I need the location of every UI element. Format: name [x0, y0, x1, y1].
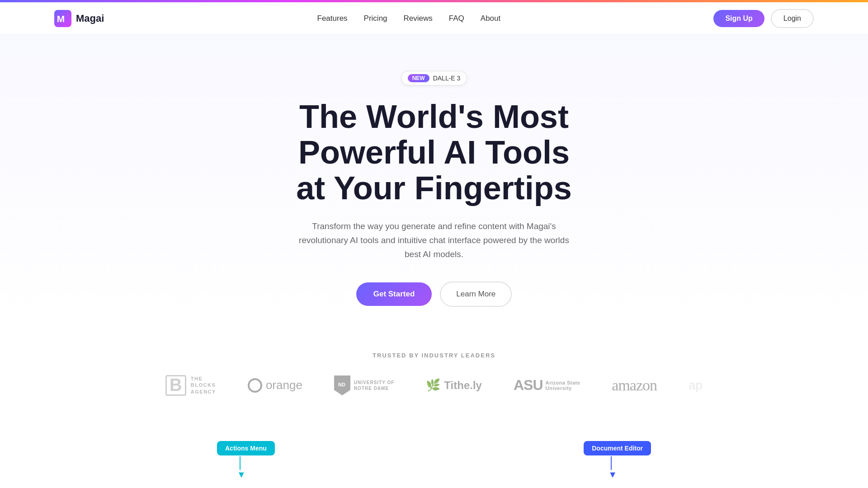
actions-menu-arrow-line [240, 456, 241, 470]
logo-text: Magai [76, 13, 104, 24]
nav-actions: Sign Up Login [713, 9, 814, 28]
logo-asu: ASU Arizona State University [514, 377, 580, 394]
logo-area[interactable]: M Magai [54, 10, 104, 27]
actions-menu-arrow-head: ▼ [237, 470, 275, 479]
demo-section: Actions Menu ▼ Document Editor ▼ [0, 414, 868, 488]
trusted-label: TRUSTED BY INDUSTRY LEADERS [373, 352, 495, 359]
nav-reviews[interactable]: Reviews [404, 14, 433, 23]
logo-notre-dame: ND UNIVERSITY OFNOTRE DAME [334, 375, 395, 395]
nav-features[interactable]: Features [317, 14, 348, 23]
nav-faq[interactable]: FAQ [449, 14, 464, 23]
trusted-section: TRUSTED BY INDUSTRY LEADERS B THEBLOCKSA… [0, 325, 868, 414]
tithe-leaf-icon: 🌿 [426, 378, 440, 392]
asu-logo-mark: ASU Arizona State University [514, 377, 580, 394]
hero-title: The World's Most Powerful AI Tools at Yo… [231, 99, 637, 206]
hero-buttons: Get Started Learn More [356, 282, 512, 307]
logo-blocks-agency: B THEBLOCKSAGENCY [165, 375, 216, 396]
nav-pricing[interactable]: Pricing [364, 14, 387, 23]
doc-editor-arrow-head: ▼ [608, 470, 651, 479]
logo-partial: ap [689, 378, 703, 393]
top-annotations: Actions Menu ▼ Document Editor ▼ [90, 441, 778, 473]
svg-text:M: M [57, 13, 65, 23]
hero-section: NEW DALL-E 3 The World's Most Powerful A… [0, 35, 868, 325]
signup-button[interactable]: Sign Up [713, 10, 764, 27]
badge-new-label: NEW [408, 74, 429, 82]
doc-editor-arrow-line [611, 456, 612, 470]
actions-menu-label: Actions Menu [217, 441, 275, 455]
badge-product-name: DALL-E 3 [433, 75, 461, 82]
logo-tithe: 🌿 Tithe.ly [426, 378, 482, 392]
notre-dame-shield-icon: ND [334, 375, 350, 395]
blocks-text: THEBLOCKSAGENCY [191, 375, 216, 395]
orange-circle-icon [248, 378, 262, 393]
learn-more-button[interactable]: Learn More [440, 282, 512, 307]
blocks-b-icon: B [165, 375, 186, 396]
annotation-wrapper: Actions Menu ▼ Document Editor ▼ [90, 441, 778, 488]
magai-logo-icon: M [54, 10, 71, 27]
hero-subtitle: Transform the way you generate and refin… [294, 219, 574, 262]
get-started-button[interactable]: Get Started [356, 282, 432, 306]
svg-text:ND: ND [338, 382, 345, 387]
navbar: M Magai Features Pricing Reviews FAQ Abo… [0, 2, 868, 35]
nav-links: Features Pricing Reviews FAQ About [317, 14, 501, 23]
nav-about[interactable]: About [481, 14, 500, 23]
logo-amazon: amazon [612, 377, 657, 394]
doc-editor-annotation-group: Document Editor ▼ [584, 441, 651, 479]
actions-menu-annotation-group: Actions Menu ▼ [217, 441, 275, 479]
logo-orange: orange [248, 378, 302, 393]
trusted-logos-row: B THEBLOCKSAGENCY orange ND UNIVERSITY O… [165, 375, 703, 396]
doc-editor-label: Document Editor [584, 441, 651, 455]
login-button[interactable]: Login [771, 9, 814, 28]
hero-badge: NEW DALL-E 3 [401, 71, 467, 85]
